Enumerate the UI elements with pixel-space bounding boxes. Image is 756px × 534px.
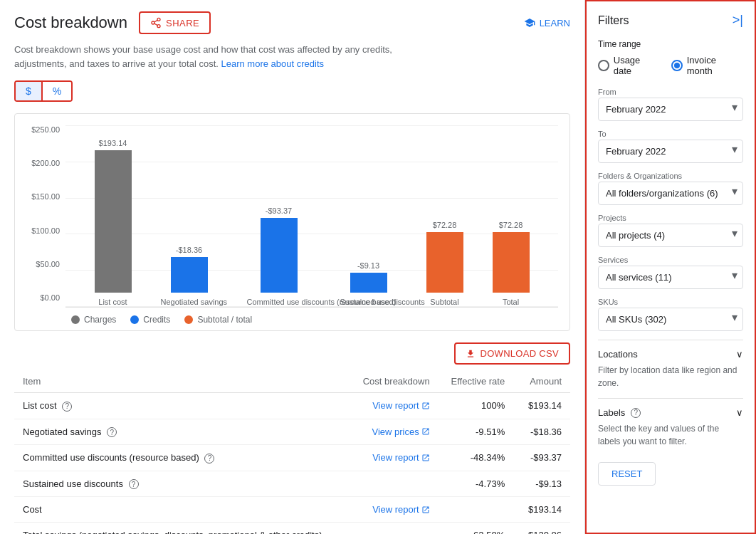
skus-dropdown: SKUs All SKUs (302) ▾ [598, 298, 743, 331]
from-dropdown: From February 2022 ▾ [598, 88, 743, 121]
svg-line-3 [154, 23, 158, 26]
chevron-down-icon: ∨ [736, 407, 743, 418]
chart-legend: Charges Credits Subtotal / total [65, 315, 558, 325]
y-axis: $250.00 $200.00 $150.00 $100.00 $50.00 $… [26, 125, 65, 325]
help-icon[interactable]: ? [631, 408, 641, 418]
download-row: DOWNLOAD CSV [14, 342, 570, 365]
filters-title: Filters [598, 14, 629, 27]
projects-dropdown: Projects All projects (4) ▾ [598, 214, 743, 247]
col-header-cost-breakdown: Cost breakdown [350, 370, 439, 393]
projects-label: Projects [598, 214, 743, 222]
locations-section: Locations ∨ Filter by location data like… [598, 340, 743, 398]
chart-wrapper: $250.00 $200.00 $150.00 $100.00 $50.00 $… [26, 125, 558, 325]
page-header: Cost breakdown SHARE LEARN [14, 11, 570, 34]
time-range-radio-group: Usage date Invoice month [598, 55, 743, 76]
graduation-icon [524, 17, 535, 28]
external-link-icon [421, 506, 430, 514]
skus-select[interactable]: All SKUs (302) [598, 308, 743, 331]
download-csv-button[interactable]: DOWNLOAD CSV [454, 342, 570, 365]
folders-dropdown: Folders & Organizations All folders/orga… [598, 172, 743, 205]
bar-list-cost: $193.14 List cost [95, 139, 132, 307]
learn-more-link[interactable]: Learn more about credits [221, 58, 325, 69]
svg-point-0 [157, 18, 160, 21]
services-dropdown: Services All services (11) ▾ [598, 256, 743, 289]
bars-row: $193.14 List cost -$18.36 Negotiated sav… [65, 125, 558, 307]
labels-content: Select the key and values of the labels … [598, 422, 743, 448]
dollar-toggle[interactable]: $ [16, 82, 43, 100]
from-select[interactable]: February 2022 [598, 98, 743, 121]
breakdown-table: Item Cost breakdown Effective rate Amoun… [14, 370, 570, 534]
folders-select[interactable]: All folders/organizations (6) [598, 182, 743, 205]
help-icon[interactable]: ? [204, 454, 214, 464]
view-report-link-1[interactable]: View report [372, 400, 430, 411]
legend-credits: Credits [130, 315, 170, 325]
main-content: Cost breakdown SHARE LEARN Cost breakdow… [0, 0, 585, 534]
to-label: To [598, 130, 743, 138]
share-icon [150, 17, 162, 28]
bars-area: $193.14 List cost -$18.36 Negotiated sav… [65, 125, 558, 308]
bar-total: $72.28 Total [493, 221, 530, 307]
filters-panel: Filters >| Time range Usage date Invoice… [585, 0, 756, 534]
table-row: Committed use discounts (resource based)… [14, 445, 570, 471]
filters-header: Filters >| [598, 13, 743, 28]
chart-container: $250.00 $200.00 $150.00 $100.00 $50.00 $… [14, 113, 570, 331]
services-select[interactable]: All services (11) [598, 266, 743, 289]
locations-content: Filter by location data like region and … [598, 364, 743, 389]
external-link-icon [421, 454, 430, 462]
projects-select[interactable]: All projects (4) [598, 224, 743, 247]
external-link-icon [421, 427, 430, 436]
share-button[interactable]: SHARE [139, 11, 211, 34]
description: Cost breakdown shows your base usage cos… [14, 43, 441, 70]
bar-sustained-use: -$9.13 Sustained use discounts [340, 261, 397, 307]
external-link-icon [421, 402, 430, 410]
percent-toggle[interactable]: % [43, 82, 71, 100]
chart-area: $193.14 List cost -$18.36 Negotiated sav… [65, 125, 558, 325]
table-row: Sustained use discounts ? -4.73% -$9.13 [14, 471, 570, 497]
reset-button[interactable]: RESET [598, 462, 656, 486]
page-title: Cost breakdown [14, 14, 127, 32]
skus-label: SKUs [598, 298, 743, 306]
svg-point-1 [152, 21, 154, 24]
col-header-amount: Amount [513, 370, 570, 393]
table-row: Total savings (negotiated savings, disco… [14, 523, 570, 535]
filter-time-range: Time range Usage date Invoice month [598, 39, 743, 76]
usage-date-radio[interactable]: Usage date [598, 55, 660, 76]
help-icon[interactable]: ? [62, 402, 72, 412]
bar-negotiated-savings: -$18.36 Negotiated savings [161, 246, 218, 307]
download-icon [466, 349, 476, 359]
folders-label: Folders & Organizations [598, 172, 743, 180]
services-label: Services [598, 256, 743, 264]
chevron-down-icon: ∨ [736, 349, 743, 360]
view-prices-link[interactable]: View prices [372, 426, 429, 437]
legend-charges: Charges [71, 315, 116, 325]
table-row: List cost ? View report 100% $193.14 [14, 393, 570, 419]
table-row: Cost View report $193.14 [14, 497, 570, 523]
svg-line-4 [154, 20, 158, 22]
bar-committed-use: -$93.37 Committed use discounts (resourc… [247, 206, 311, 307]
legend-subtotal: Subtotal / total [184, 315, 252, 325]
table-row: Negotiated savings ? View prices -9.51% … [14, 419, 570, 445]
view-report-link-2[interactable]: View report [372, 452, 430, 463]
bar-subtotal: $72.28 Subtotal [426, 221, 463, 307]
invoice-month-radio[interactable]: Invoice month [671, 55, 743, 76]
help-icon[interactable]: ? [129, 479, 139, 489]
header-right: LEARN [524, 17, 570, 28]
svg-point-2 [157, 25, 160, 28]
col-header-effective-rate: Effective rate [439, 370, 514, 393]
view-report-link-3[interactable]: View report [372, 504, 430, 515]
time-range-label: Time range [598, 39, 743, 49]
labels-section: Labels ? ∨ Select the key and values of … [598, 398, 743, 456]
help-icon[interactable]: ? [107, 427, 117, 437]
labels-header[interactable]: Labels ? ∨ [598, 407, 743, 418]
to-dropdown: To February 2022 ▾ [598, 130, 743, 163]
display-toggle-group: $ % [14, 80, 73, 102]
locations-header[interactable]: Locations ∨ [598, 349, 743, 360]
col-header-item: Item [14, 370, 350, 393]
filters-collapse-button[interactable]: >| [733, 13, 743, 28]
from-label: From [598, 88, 743, 96]
learn-button[interactable]: LEARN [524, 17, 570, 28]
to-select[interactable]: February 2022 [598, 140, 743, 163]
